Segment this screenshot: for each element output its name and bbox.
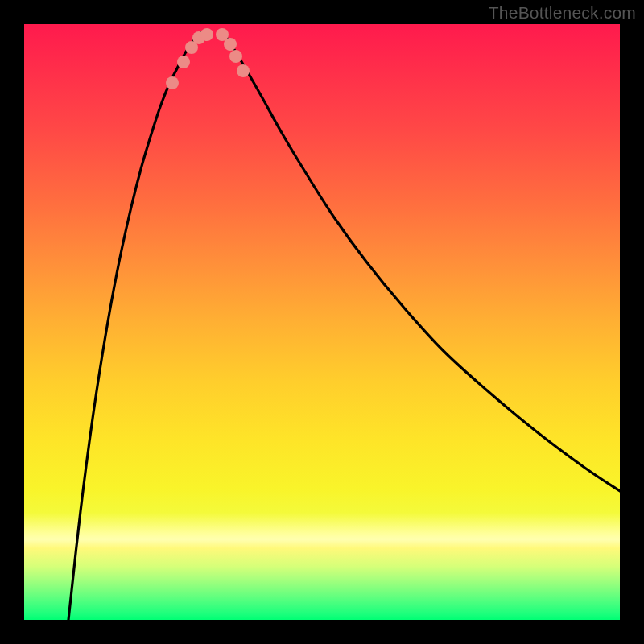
series-left-curve [68,32,201,620]
data-marker [224,38,237,51]
bottleneck-curve [24,24,620,620]
data-marker [237,64,250,77]
watermark-text: TheBottleneck.com [489,3,636,23]
data-marker [177,56,190,68]
data-marker [200,28,213,41]
data-marker [166,76,179,89]
data-marker [229,50,242,63]
chart-frame: TheBottleneck.com [0,0,644,644]
series-right-curve [221,32,620,491]
plot-area [24,24,620,620]
